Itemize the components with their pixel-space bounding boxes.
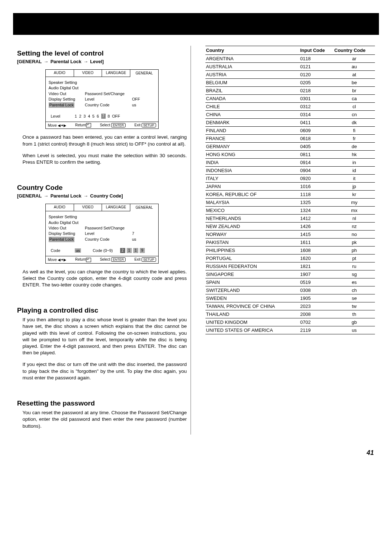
return-icon xyxy=(86,123,91,127)
cell-country-code: be xyxy=(334,79,375,87)
osd-item: Password Set/Change xyxy=(85,225,132,231)
level-num: 8 xyxy=(108,114,110,118)
table-row: NORWAY1415no xyxy=(205,231,375,239)
cell-country-code: nz xyxy=(334,223,375,231)
level-num: 3 xyxy=(83,114,86,118)
cell-input-code: 1016 xyxy=(299,183,334,191)
table-row: DENMARK0411dk xyxy=(205,119,375,127)
level-num: 1 xyxy=(75,114,77,118)
cell-input-code: 0205 xyxy=(299,79,334,87)
cell-input-code: 0308 xyxy=(299,286,334,294)
cell-input-code: 0120 xyxy=(299,71,334,79)
cell-country: UNITED KINGDOM xyxy=(205,318,300,326)
code-digit: 2 xyxy=(120,248,125,253)
cell-country: INDIA xyxy=(205,159,300,167)
cell-country: UNITED STATES OF AMERICA xyxy=(205,326,300,334)
cell-country-code: no xyxy=(334,231,375,239)
table-row: INDIA0914in xyxy=(205,159,375,167)
cell-country: CHILE xyxy=(205,103,300,111)
cell-country-code: dk xyxy=(334,119,375,127)
cell-input-code: 0702 xyxy=(299,318,334,326)
table-header-input-code: Input Code xyxy=(299,46,334,55)
arrow-icon: → xyxy=(43,193,49,199)
status-return: Return xyxy=(75,123,86,127)
osd-item: Display Setting xyxy=(49,97,85,102)
cell-country-code: gb xyxy=(334,318,375,326)
cell-input-code: 1907 xyxy=(299,270,334,278)
code-digit: 9 xyxy=(140,248,145,253)
osd-tab-general: GENERAL xyxy=(130,70,158,77)
cell-country-code: mx xyxy=(334,207,375,215)
table-row: UNITED STATES OF AMERICA2119us xyxy=(205,326,375,334)
header-band xyxy=(13,13,379,35)
status-select: Select xyxy=(100,257,110,261)
cell-country: BELGIUM xyxy=(205,79,300,87)
table-row: BRAZIL0218br xyxy=(205,87,375,95)
cell-input-code: 0121 xyxy=(299,63,334,71)
cell-input-code: 1324 xyxy=(299,207,334,215)
cell-country-code: sg xyxy=(334,270,375,278)
cell-input-code: 0118 xyxy=(299,55,334,63)
table-row: CHILE0312cl xyxy=(205,103,375,111)
cell-country-code: br xyxy=(334,87,375,95)
table-row: HONG KONG0811hk xyxy=(205,151,375,159)
osd-item: Display Setting xyxy=(49,231,85,236)
cell-country: THAILAND xyxy=(205,310,300,318)
table-row: KOREA, REPUBLIC OF1118kr xyxy=(205,191,375,199)
table-row: SPAIN0519es xyxy=(205,278,375,286)
cell-country: TAIWAN, PROVINCE OF CHINA xyxy=(205,302,300,310)
cell-country-code: es xyxy=(334,278,375,286)
cell-country: KOREA, REPUBLIC OF xyxy=(205,191,300,199)
arrow-icon: → xyxy=(43,59,49,64)
table-header-country-code: Country Code xyxy=(334,46,375,55)
cell-country: NEW ZEALAND xyxy=(205,223,300,231)
cell-country: CANADA xyxy=(205,95,300,103)
enter-chip: ENTER xyxy=(111,257,126,262)
code-digit-boxes: 2 1 1 9 xyxy=(120,248,145,253)
code-digit: 1 xyxy=(127,248,132,253)
setup-chip: SETUP xyxy=(142,123,156,127)
cell-country-code: us xyxy=(334,326,375,334)
osd-code-range: Code (0~9) xyxy=(93,248,113,253)
paragraph: Once a password has been entered, you ca… xyxy=(17,134,187,147)
cell-country: ARGENTINA xyxy=(205,55,300,63)
table-row: PHILIPPINES1608ph xyxy=(205,247,375,254)
table-header-country: Country xyxy=(205,46,300,55)
cell-input-code: 1426 xyxy=(299,223,334,231)
osd-value: us xyxy=(132,237,155,242)
cell-country: DENMARK xyxy=(205,119,300,127)
osd-code-label: Code xyxy=(49,248,73,253)
osd-item: Video Out xyxy=(49,225,85,231)
osd-tab-video: VIDEO xyxy=(74,70,102,77)
osd-item: Country Code xyxy=(85,102,132,108)
cell-country: SWEDEN xyxy=(205,294,300,302)
cell-country-code: fi xyxy=(334,127,375,135)
cell-country-code: jp xyxy=(334,183,375,191)
cell-country-code: pk xyxy=(334,239,375,247)
cell-country: PORTUGAL xyxy=(205,254,300,262)
cell-country-code: th xyxy=(334,310,375,318)
heading-level: Setting the level of control xyxy=(17,49,187,57)
osd-item: Country Code xyxy=(85,237,132,242)
heading-reset: Resetting the password xyxy=(17,399,187,407)
cell-country-code: kr xyxy=(334,191,375,199)
status-move: Move xyxy=(48,258,57,262)
status-return: Return xyxy=(75,257,86,261)
status-exit: Exit xyxy=(134,257,140,261)
table-row: MALAYSIA1325my xyxy=(205,199,375,207)
cell-input-code: 2119 xyxy=(299,326,334,334)
osd-level-label: Level xyxy=(49,114,73,118)
cell-input-code: 1118 xyxy=(299,191,334,199)
table-row: PAKISTAN1611pk xyxy=(205,239,375,247)
osd-menu-country-code: AUDIO VIDEO LANGUAGE GENERAL Speaker Set… xyxy=(45,204,159,263)
cell-country-code: fr xyxy=(334,135,375,143)
level-num-selected: 7 xyxy=(101,114,106,119)
table-row: FINLAND0609fi xyxy=(205,127,375,135)
cell-input-code: 2008 xyxy=(299,310,334,318)
heading-playing: Playing a controlled disc xyxy=(17,306,187,314)
cell-input-code: 0618 xyxy=(299,135,334,143)
cell-country: SINGAPORE xyxy=(205,270,300,278)
cell-input-code: 0920 xyxy=(299,175,334,183)
cell-input-code: 0904 xyxy=(299,167,334,175)
cell-country: GERMANY xyxy=(205,143,300,151)
